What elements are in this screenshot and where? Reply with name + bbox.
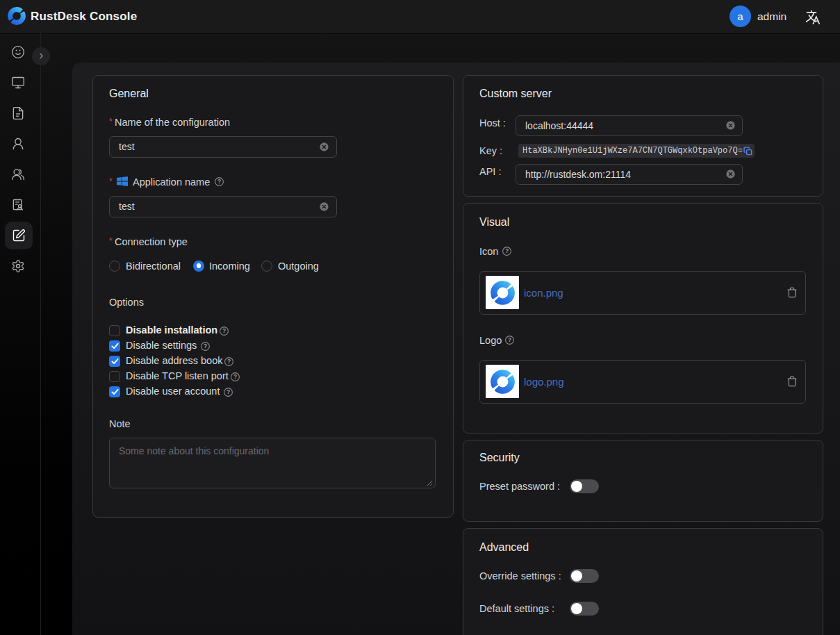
svg-text:?: ? bbox=[227, 388, 230, 395]
svg-text:?: ? bbox=[204, 343, 207, 349]
svg-text:?: ? bbox=[507, 336, 511, 343]
svg-text:?: ? bbox=[222, 327, 226, 334]
svg-text:?: ? bbox=[217, 178, 221, 185]
svg-text:?: ? bbox=[227, 358, 231, 365]
svg-text:?: ? bbox=[504, 247, 508, 254]
svg-text:?: ? bbox=[233, 373, 237, 380]
